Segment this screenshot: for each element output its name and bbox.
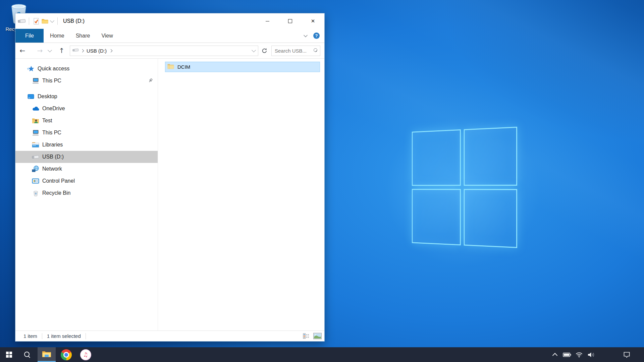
quick-access-star-icon <box>27 65 35 72</box>
taskbar-blank-area <box>597 347 621 362</box>
chevron-down-icon[interactable] <box>49 16 55 26</box>
minimize-button[interactable] <box>256 13 279 29</box>
navigation-bar: ← → ↑ USB (D:) <box>15 43 324 59</box>
help-button[interactable]: ? <box>313 33 320 39</box>
maximize-icon <box>288 19 292 23</box>
start-windows-icon <box>6 352 12 358</box>
action-center-icon[interactable] <box>621 347 633 362</box>
up-button[interactable]: ↑ <box>59 47 65 54</box>
address-dropdown-chevron-icon[interactable] <box>249 50 258 52</box>
recycle-bin-icon: ♻ <box>32 190 40 196</box>
navigation-pane: Quick access This PC <box>15 59 158 330</box>
forward-button[interactable]: → <box>37 47 43 54</box>
sidebar-item-libraries[interactable]: Libraries <box>15 139 158 151</box>
windows-logo-pane <box>412 129 461 186</box>
usb-drive-icon <box>17 16 26 26</box>
back-button[interactable]: ← <box>19 47 25 54</box>
status-selected-count: 1 item selected <box>47 333 81 339</box>
new-folder-icon[interactable] <box>41 16 49 26</box>
breadcrumb-chevron-icon[interactable] <box>81 49 84 52</box>
title-bar[interactable]: USB (D:) ✕ <box>15 13 324 29</box>
tab-home[interactable]: Home <box>44 29 70 43</box>
windows-logo-pane <box>412 189 461 245</box>
sidebar-item-quick-access[interactable]: Quick access <box>15 63 158 75</box>
tab-share[interactable]: Share <box>70 29 96 43</box>
file-explorer-icon <box>42 350 51 359</box>
itunes-icon: ♫ <box>80 349 91 360</box>
pin-icon <box>148 78 153 84</box>
control-panel-icon <box>32 178 40 184</box>
taskbar-itunes-button[interactable]: ♫ <box>76 347 95 362</box>
search-icon[interactable] <box>313 48 318 53</box>
volume-icon[interactable] <box>585 347 597 362</box>
this-pc-icon <box>32 129 40 136</box>
details-view-icon[interactable] <box>302 333 309 339</box>
sidebar-item-label: USB (D:) <box>42 154 64 160</box>
search-box[interactable] <box>271 46 320 56</box>
usb-drive-icon <box>32 155 40 160</box>
file-name: DCIM <box>177 64 190 70</box>
sidebar-item-control-panel[interactable]: Control Panel <box>15 175 158 187</box>
svg-text:♻: ♻ <box>35 192 37 195</box>
file-item-dcim[interactable]: DCIM <box>165 62 320 72</box>
divider <box>57 17 58 25</box>
sidebar-item-network[interactable]: Network <box>15 163 158 175</box>
taskbar: ♫ <box>0 347 644 362</box>
breadcrumb-chevron-icon[interactable] <box>109 49 113 52</box>
system-tray <box>549 347 644 362</box>
status-bar: 1 item 1 item selected <box>15 330 324 341</box>
status-item-count: 1 item <box>23 333 37 339</box>
sidebar-item-label: Test <box>42 118 52 124</box>
refresh-icon[interactable] <box>260 48 268 54</box>
taskbar-blank-area <box>633 347 644 362</box>
windows-logo-pane <box>464 189 517 248</box>
search-input[interactable] <box>274 48 313 54</box>
tab-file[interactable]: File <box>15 29 44 43</box>
expand-ribbon-chevron-icon[interactable] <box>303 33 308 39</box>
taskbar-file-explorer-button[interactable] <box>38 347 56 362</box>
sidebar-item-label: Desktop <box>38 94 57 100</box>
divider <box>29 17 29 25</box>
divider <box>42 333 42 339</box>
taskbar-chrome-button[interactable] <box>57 347 75 362</box>
sidebar-item-label: Network <box>42 166 62 172</box>
file-explorer-window: USB (D:) ✕ File Home Share View ? ← → <box>15 13 325 342</box>
breadcrumb[interactable]: USB (D:) <box>87 48 107 54</box>
sidebar-item-this-pc[interactable]: This PC <box>15 127 158 139</box>
folder-icon <box>167 64 174 70</box>
sidebar-item-test[interactable]: Test <box>15 115 158 127</box>
onedrive-cloud-icon <box>32 106 40 111</box>
window-title: USB (D:) <box>63 18 85 24</box>
screen: ♻ Recycle Bin <box>0 0 644 362</box>
network-icon <box>32 166 40 172</box>
wifi-icon[interactable] <box>573 347 585 362</box>
recent-locations-chevron-icon[interactable] <box>48 48 52 52</box>
usb-drive-icon <box>72 48 79 54</box>
sidebar-item-this-pc-pinned[interactable]: This PC <box>15 75 158 87</box>
sidebar-item-desktop[interactable]: Desktop <box>15 90 158 103</box>
sidebar-item-label: This PC <box>42 130 61 136</box>
battery-icon[interactable] <box>561 347 573 362</box>
desktop-icon <box>27 94 35 100</box>
properties-check-icon[interactable] <box>32 16 41 26</box>
maximize-button[interactable] <box>279 13 302 29</box>
divider <box>86 333 86 339</box>
file-list[interactable]: DCIM <box>158 59 324 330</box>
address-bar[interactable]: USB (D:) <box>70 46 258 56</box>
this-pc-icon <box>32 77 40 84</box>
sidebar-item-recycle-bin[interactable]: ♻ Recycle Bin <box>15 187 158 199</box>
search-icon <box>24 352 30 358</box>
large-icons-view-icon[interactable] <box>313 333 322 339</box>
tab-view[interactable]: View <box>96 29 118 43</box>
sidebar-item-usb-drive[interactable]: USB (D:) <box>15 151 158 163</box>
window-controls: ✕ <box>256 13 324 29</box>
sidebar-item-label: OneDrive <box>42 106 65 112</box>
chrome-icon <box>61 349 72 360</box>
start-button[interactable] <box>0 347 18 362</box>
tray-chevron-up-icon[interactable] <box>549 347 561 362</box>
sidebar-item-label: Quick access <box>38 66 69 72</box>
sidebar-item-onedrive[interactable]: OneDrive <box>15 103 158 115</box>
sidebar-item-label: This PC <box>42 78 61 84</box>
close-button[interactable]: ✕ <box>302 13 324 29</box>
taskbar-search-button[interactable] <box>18 347 36 362</box>
